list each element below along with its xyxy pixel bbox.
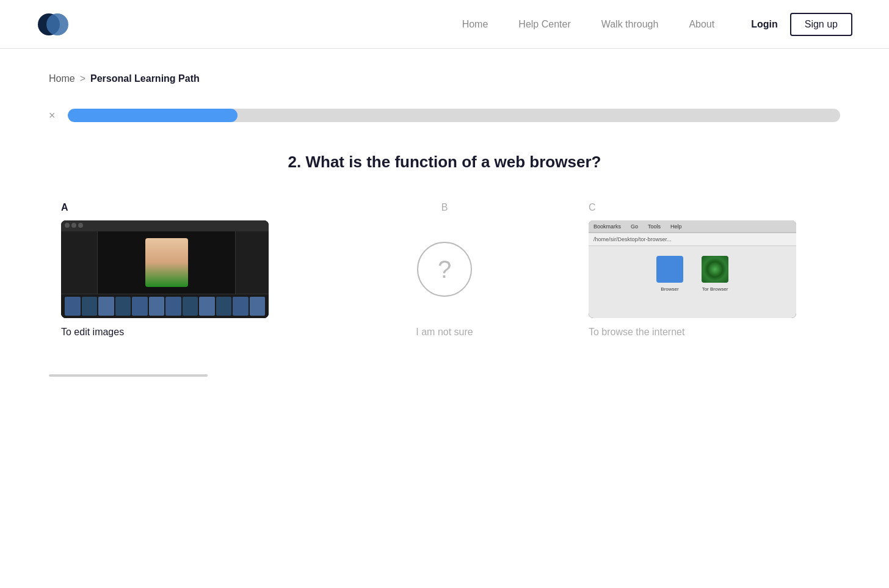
question-text: 2. What is the function of a web browser…	[49, 153, 840, 172]
browser-icon-a: Browser	[656, 256, 683, 292]
answer-caption-c: To browse the internet	[589, 327, 684, 338]
login-button[interactable]: Login	[751, 19, 778, 30]
signup-button[interactable]: Sign up	[790, 13, 852, 36]
nav-links: Home Help Center Walk through About	[462, 19, 715, 30]
answer-image-a	[61, 220, 269, 318]
nav-help-center[interactable]: Help Center	[518, 19, 570, 30]
browser-content: Browser Tor Browser	[589, 246, 796, 302]
question-mark-symbol: ?	[438, 257, 451, 281]
navbar: Home Help Center Walk through About Logi…	[0, 0, 889, 49]
question-section: 2. What is the function of a web browser…	[49, 153, 840, 172]
menu-go: Go	[631, 223, 638, 230]
breadcrumb-home[interactable]: Home	[49, 73, 75, 84]
address-text: /home/sir/Desktop/tor-browser...	[593, 236, 672, 242]
browser-menu-bar: Bookmarks Go Tools Help	[589, 220, 796, 233]
tor-icon-box	[702, 256, 728, 283]
main-content: Home > Personal Learning Path × 2. What …	[0, 49, 889, 588]
menu-bookmarks: Bookmarks	[593, 223, 621, 230]
answer-label-a: A	[61, 202, 68, 213]
svg-point-1	[46, 13, 68, 35]
browser-icon-box-blue	[656, 256, 683, 283]
answer-label-b: B	[441, 202, 448, 213]
tor-label: Tor Browser	[702, 286, 728, 292]
video-editor-graphic	[61, 220, 269, 318]
close-icon[interactable]: ×	[49, 109, 56, 122]
answer-caption-a: To edit images	[61, 327, 124, 338]
browser-address-bar: /home/sir/Desktop/tor-browser...	[589, 233, 796, 246]
menu-tools: Tools	[648, 223, 661, 230]
breadcrumb-current-page: Personal Learning Path	[90, 73, 200, 84]
answer-option-b[interactable]: B ? I am not sure	[325, 202, 564, 338]
tor-browser-icon: Tor Browser	[702, 256, 728, 292]
answer-image-c: Bookmarks Go Tools Help /home/sir/Deskto…	[589, 220, 796, 318]
answer-label-c: C	[589, 202, 596, 213]
progress-bar-container	[68, 109, 840, 122]
nav-actions: Login Sign up	[751, 13, 852, 36]
answer-caption-b: I am not sure	[416, 327, 473, 338]
logo[interactable]	[37, 8, 70, 41]
progress-bar-fill	[68, 109, 238, 122]
nav-home[interactable]: Home	[462, 19, 488, 30]
progress-area: ×	[49, 109, 840, 122]
answers-grid: A	[49, 202, 840, 338]
answer-option-c[interactable]: C Bookmarks Go Tools Help /home/sir/Desk…	[589, 202, 828, 338]
breadcrumb-separator: >	[80, 73, 85, 84]
nav-walk-through[interactable]: Walk through	[601, 19, 659, 30]
scroll-indicator	[49, 374, 208, 377]
question-mark-container: ?	[341, 220, 548, 318]
browser-label: Browser	[661, 286, 678, 292]
browser-graphic: Bookmarks Go Tools Help /home/sir/Deskto…	[589, 220, 796, 318]
menu-help: Help	[670, 223, 682, 230]
nav-about[interactable]: About	[689, 19, 714, 30]
breadcrumb: Home > Personal Learning Path	[49, 73, 840, 84]
question-mark-circle: ?	[417, 242, 472, 297]
answer-option-a[interactable]: A	[61, 202, 300, 338]
